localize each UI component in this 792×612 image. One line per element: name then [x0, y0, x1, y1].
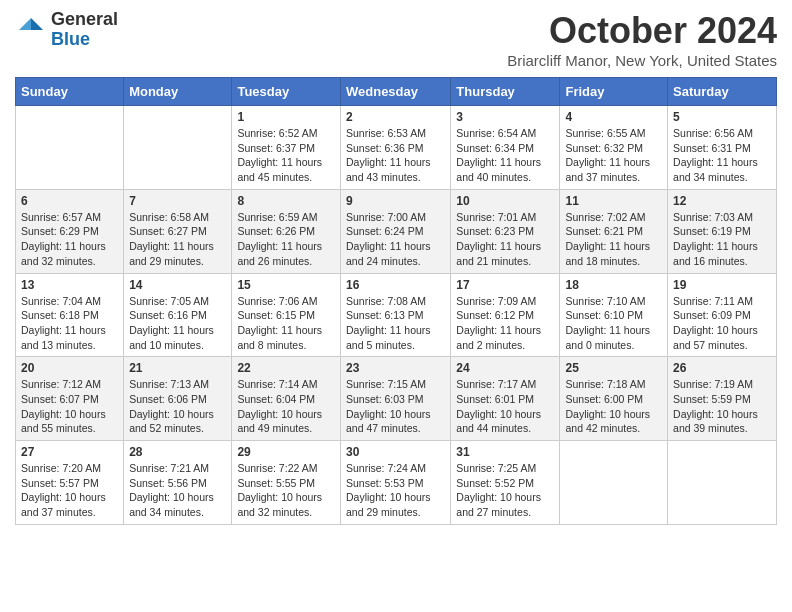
weekday-header-sunday: Sunday [16, 78, 124, 106]
calendar-cell: 31Sunrise: 7:25 AM Sunset: 5:52 PM Dayli… [451, 441, 560, 525]
calendar-cell: 25Sunrise: 7:18 AM Sunset: 6:00 PM Dayli… [560, 357, 668, 441]
calendar-cell: 7Sunrise: 6:58 AM Sunset: 6:27 PM Daylig… [124, 189, 232, 273]
day-info: Sunrise: 7:19 AM Sunset: 5:59 PM Dayligh… [673, 377, 771, 436]
calendar-cell: 14Sunrise: 7:05 AM Sunset: 6:16 PM Dayli… [124, 273, 232, 357]
calendar-cell: 16Sunrise: 7:08 AM Sunset: 6:13 PM Dayli… [340, 273, 450, 357]
calendar-cell: 6Sunrise: 6:57 AM Sunset: 6:29 PM Daylig… [16, 189, 124, 273]
calendar-cell: 12Sunrise: 7:03 AM Sunset: 6:19 PM Dayli… [668, 189, 777, 273]
logo-blue: Blue [51, 30, 118, 50]
day-number: 10 [456, 194, 554, 208]
day-number: 1 [237, 110, 335, 124]
week-row-3: 13Sunrise: 7:04 AM Sunset: 6:18 PM Dayli… [16, 273, 777, 357]
day-info: Sunrise: 7:12 AM Sunset: 6:07 PM Dayligh… [21, 377, 118, 436]
day-number: 11 [565, 194, 662, 208]
day-info: Sunrise: 6:56 AM Sunset: 6:31 PM Dayligh… [673, 126, 771, 185]
calendar-cell: 4Sunrise: 6:55 AM Sunset: 6:32 PM Daylig… [560, 106, 668, 190]
day-number: 30 [346, 445, 445, 459]
day-number: 27 [21, 445, 118, 459]
day-info: Sunrise: 7:04 AM Sunset: 6:18 PM Dayligh… [21, 294, 118, 353]
calendar-cell: 26Sunrise: 7:19 AM Sunset: 5:59 PM Dayli… [668, 357, 777, 441]
calendar-cell: 10Sunrise: 7:01 AM Sunset: 6:23 PM Dayli… [451, 189, 560, 273]
day-number: 15 [237, 278, 335, 292]
day-info: Sunrise: 6:57 AM Sunset: 6:29 PM Dayligh… [21, 210, 118, 269]
day-info: Sunrise: 6:55 AM Sunset: 6:32 PM Dayligh… [565, 126, 662, 185]
day-number: 29 [237, 445, 335, 459]
day-number: 8 [237, 194, 335, 208]
calendar-cell: 20Sunrise: 7:12 AM Sunset: 6:07 PM Dayli… [16, 357, 124, 441]
svg-marker-0 [31, 18, 43, 30]
calendar-cell: 17Sunrise: 7:09 AM Sunset: 6:12 PM Dayli… [451, 273, 560, 357]
day-info: Sunrise: 7:13 AM Sunset: 6:06 PM Dayligh… [129, 377, 226, 436]
calendar-cell: 29Sunrise: 7:22 AM Sunset: 5:55 PM Dayli… [232, 441, 341, 525]
logo-text: General Blue [51, 10, 118, 50]
day-number: 22 [237, 361, 335, 375]
calendar-cell: 30Sunrise: 7:24 AM Sunset: 5:53 PM Dayli… [340, 441, 450, 525]
day-info: Sunrise: 7:05 AM Sunset: 6:16 PM Dayligh… [129, 294, 226, 353]
day-number: 16 [346, 278, 445, 292]
calendar-cell: 24Sunrise: 7:17 AM Sunset: 6:01 PM Dayli… [451, 357, 560, 441]
calendar-cell: 21Sunrise: 7:13 AM Sunset: 6:06 PM Dayli… [124, 357, 232, 441]
day-info: Sunrise: 7:25 AM Sunset: 5:52 PM Dayligh… [456, 461, 554, 520]
weekday-header-tuesday: Tuesday [232, 78, 341, 106]
day-number: 25 [565, 361, 662, 375]
day-number: 18 [565, 278, 662, 292]
day-info: Sunrise: 7:18 AM Sunset: 6:00 PM Dayligh… [565, 377, 662, 436]
calendar-cell: 1Sunrise: 6:52 AM Sunset: 6:37 PM Daylig… [232, 106, 341, 190]
day-info: Sunrise: 7:00 AM Sunset: 6:24 PM Dayligh… [346, 210, 445, 269]
calendar-cell: 3Sunrise: 6:54 AM Sunset: 6:34 PM Daylig… [451, 106, 560, 190]
day-info: Sunrise: 7:20 AM Sunset: 5:57 PM Dayligh… [21, 461, 118, 520]
calendar-cell: 18Sunrise: 7:10 AM Sunset: 6:10 PM Dayli… [560, 273, 668, 357]
weekday-header-saturday: Saturday [668, 78, 777, 106]
day-number: 26 [673, 361, 771, 375]
day-number: 6 [21, 194, 118, 208]
calendar-cell: 23Sunrise: 7:15 AM Sunset: 6:03 PM Dayli… [340, 357, 450, 441]
month-title: October 2024 [507, 10, 777, 52]
svg-marker-1 [19, 18, 31, 30]
day-info: Sunrise: 7:03 AM Sunset: 6:19 PM Dayligh… [673, 210, 771, 269]
day-number: 28 [129, 445, 226, 459]
week-row-4: 20Sunrise: 7:12 AM Sunset: 6:07 PM Dayli… [16, 357, 777, 441]
day-number: 14 [129, 278, 226, 292]
calendar-cell: 5Sunrise: 6:56 AM Sunset: 6:31 PM Daylig… [668, 106, 777, 190]
calendar-cell: 15Sunrise: 7:06 AM Sunset: 6:15 PM Dayli… [232, 273, 341, 357]
logo-general: General [51, 10, 118, 30]
weekday-header-thursday: Thursday [451, 78, 560, 106]
day-info: Sunrise: 7:09 AM Sunset: 6:12 PM Dayligh… [456, 294, 554, 353]
day-info: Sunrise: 7:08 AM Sunset: 6:13 PM Dayligh… [346, 294, 445, 353]
logo-icon [15, 14, 47, 46]
day-info: Sunrise: 7:17 AM Sunset: 6:01 PM Dayligh… [456, 377, 554, 436]
calendar-cell: 8Sunrise: 6:59 AM Sunset: 6:26 PM Daylig… [232, 189, 341, 273]
day-number: 20 [21, 361, 118, 375]
week-row-2: 6Sunrise: 6:57 AM Sunset: 6:29 PM Daylig… [16, 189, 777, 273]
calendar-cell [560, 441, 668, 525]
weekday-header-monday: Monday [124, 78, 232, 106]
day-info: Sunrise: 6:52 AM Sunset: 6:37 PM Dayligh… [237, 126, 335, 185]
day-info: Sunrise: 7:11 AM Sunset: 6:09 PM Dayligh… [673, 294, 771, 353]
day-info: Sunrise: 7:22 AM Sunset: 5:55 PM Dayligh… [237, 461, 335, 520]
calendar-cell: 2Sunrise: 6:53 AM Sunset: 6:36 PM Daylig… [340, 106, 450, 190]
day-number: 17 [456, 278, 554, 292]
location-title: Briarcliff Manor, New York, United State… [507, 52, 777, 69]
calendar-cell: 28Sunrise: 7:21 AM Sunset: 5:56 PM Dayli… [124, 441, 232, 525]
week-row-5: 27Sunrise: 7:20 AM Sunset: 5:57 PM Dayli… [16, 441, 777, 525]
day-info: Sunrise: 6:58 AM Sunset: 6:27 PM Dayligh… [129, 210, 226, 269]
calendar-cell: 13Sunrise: 7:04 AM Sunset: 6:18 PM Dayli… [16, 273, 124, 357]
day-info: Sunrise: 7:10 AM Sunset: 6:10 PM Dayligh… [565, 294, 662, 353]
day-info: Sunrise: 6:53 AM Sunset: 6:36 PM Dayligh… [346, 126, 445, 185]
weekday-header-wednesday: Wednesday [340, 78, 450, 106]
day-number: 4 [565, 110, 662, 124]
calendar-cell: 22Sunrise: 7:14 AM Sunset: 6:04 PM Dayli… [232, 357, 341, 441]
day-number: 23 [346, 361, 445, 375]
calendar-cell [668, 441, 777, 525]
weekday-header-row: SundayMondayTuesdayWednesdayThursdayFrid… [16, 78, 777, 106]
calendar-cell: 19Sunrise: 7:11 AM Sunset: 6:09 PM Dayli… [668, 273, 777, 357]
week-row-1: 1Sunrise: 6:52 AM Sunset: 6:37 PM Daylig… [16, 106, 777, 190]
calendar-cell: 11Sunrise: 7:02 AM Sunset: 6:21 PM Dayli… [560, 189, 668, 273]
day-number: 31 [456, 445, 554, 459]
day-number: 7 [129, 194, 226, 208]
day-number: 2 [346, 110, 445, 124]
calendar-cell [124, 106, 232, 190]
title-block: October 2024 Briarcliff Manor, New York,… [507, 10, 777, 69]
day-number: 3 [456, 110, 554, 124]
calendar-cell: 27Sunrise: 7:20 AM Sunset: 5:57 PM Dayli… [16, 441, 124, 525]
